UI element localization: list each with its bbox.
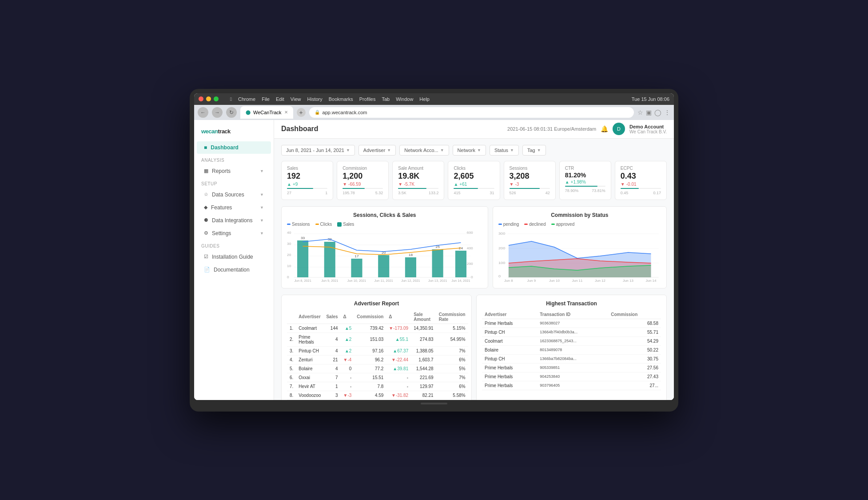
commission-cell: 77.2 [354,364,386,373]
ht-transaction-id-cell: 1366ba7b82084ba... [537,354,608,363]
chrome-tab[interactable]: ⬤ WeCanTrack ✕ [240,106,293,119]
notification-icon[interactable]: 🔔 [601,125,608,132]
svg-text:20: 20 [287,253,291,257]
menu-help[interactable]: Help [419,96,430,102]
sales-cell: 3 [323,391,340,400]
sidebar-item-features[interactable]: ◆ Features ▼ [197,201,271,214]
tab-close-button[interactable]: ✕ [284,110,288,115]
ht-col-advertiser: Advertiser [482,310,537,319]
ht-transaction-id-cell: 904253840 [537,372,608,381]
macos-menu:  Chrome File Edit View History Bookmark… [221,96,629,102]
menu-view[interactable]: View [291,96,301,102]
tables-row: Advertiser Report Advertiser Sales Δ Com… [281,295,667,400]
ht-advertiser-cell: Bolaire [482,345,537,354]
bookmark-icon[interactable]: ☆ [637,109,643,116]
sidebar-item-dashboard[interactable]: ■ Dashboard [197,141,271,154]
svg-text:Jun 8: Jun 8 [504,279,513,282]
chart2-title: Commission by Status [498,212,661,218]
minimize-dot[interactable] [206,96,211,101]
svg-text:200: 200 [467,262,473,266]
network-account-filter[interactable]: Network Acco... ▼ [399,145,449,156]
back-button[interactable]: ← [198,107,208,118]
date-range-label: Jun 8, 2021 - Jun 14, 2021 [286,148,344,153]
svg-text:0: 0 [498,274,501,278]
sidebar-installation-label: Installation Guide [212,254,253,260]
network-account-label: Network Acco... [404,148,438,153]
col-commission: Commission [354,310,386,324]
advertiser-caret: ▼ [387,148,391,152]
metric-ctr-change: ▲ +1.98% [565,180,605,184]
tag-filter[interactable]: Tag ▼ [522,145,546,156]
legend-clicks: Clicks [320,222,332,227]
menu-bookmarks[interactable]: Bookmarks [329,96,353,102]
date-range-filter[interactable]: Jun 8, 2021 - Jun 14, 2021 ▼ [281,145,355,156]
chart-commission-status: Commission by Status pending declined ap… [493,206,667,288]
menu-file[interactable]: File [262,96,270,102]
ht-transaction-id-cell: 8013489078 [537,345,608,354]
menu-profiles[interactable]: Profiles [359,96,376,102]
macos-menubar:  Chrome File Edit View History Bookmark… [194,93,674,105]
sidebar-features-label: Features [211,204,232,211]
chart1-legend: Sessions Clicks Sales [287,222,482,227]
menu-chrome[interactable]: Chrome [238,96,255,102]
chart1-svg: 40 30 20 10 0 600 400 200 0 [287,229,482,283]
metric-commission-change: ▼ -66.59 [342,182,383,187]
sidebar-data-sources-label: Data Sources [212,192,244,198]
ht-commission-cell: 68.58 [608,319,661,328]
main-area: Dashboard 2021-06-15 08:01:31 Europe/Ams… [274,120,674,400]
advertiser-filter[interactable]: Advertiser ▼ [358,145,396,156]
sales-delta-cell: ▲5 [341,324,354,332]
reload-button[interactable]: ↻ [226,107,237,118]
menu-window[interactable]: Window [396,96,413,102]
user-info: Demo Account We Can Track B.V. [629,124,667,134]
close-dot[interactable] [199,96,203,101]
menu-tab[interactable]: Tab [382,96,390,102]
svg-text:Jun 10, 2021: Jun 10, 2021 [347,279,366,283]
ht-col-transaction-id: Transaction ID [537,310,608,319]
sidebar-item-settings[interactable]: ⚙ Settings ▼ [197,227,271,240]
svg-text:Jun 9: Jun 9 [527,279,536,282]
sales-delta-cell: ▼-3 [341,391,354,400]
main-content: Jun 8, 2021 - Jun 14, 2021 ▼ Advertiser … [274,139,674,400]
sidebar-item-installation[interactable]: ☑ Installation Guide [197,251,271,263]
sidebar-item-reports[interactable]: ▩ Reports ▼ [197,165,271,177]
metric-ecpc: ECPC 0.43 ▼ -0.01 0.450.17 [615,161,667,200]
sales-cell: 21 [323,355,340,364]
advertiser-label: Advertiser [363,148,386,153]
address-bar[interactable]: 🔒 app.wecantrack.com [309,107,634,118]
extensions-icon[interactable]: ▣ [646,109,652,116]
svg-text:17: 17 [354,254,359,258]
charts-row: Sessions, Clicks & Sales Sessions Clicks… [281,206,667,288]
table-row: 2. Prime Herbals 4 ▲2 151.03 ▲55.1 274.8… [287,332,468,346]
legend-pending: pending [503,222,519,227]
more-icon[interactable]: ⋮ [664,109,670,116]
menu-edit[interactable]: Edit [276,96,284,102]
metric-commission: Commission 1,200 ▼ -66.59 195.785.32 [337,161,389,200]
comm-rate-cell: 5% [436,364,468,373]
forward-button[interactable]: → [212,107,223,118]
new-tab-button[interactable]: + [297,108,306,117]
sidebar-item-data-sources[interactable]: ☆ Data Sources ▼ [197,188,271,201]
profile-icon[interactable]: ◯ [654,109,661,116]
bar-jun12 [405,257,416,277]
ht-transaction-id-cell: 903638027 [537,319,608,328]
user-company: We Can Track B.V. [629,129,667,134]
sidebar-documentation-label: Documentation [214,267,250,273]
highest-transaction-card: Highest Transaction Advertiser Transacti… [476,295,667,400]
advertiser-cell: Prime Herbals [296,332,323,346]
status-filter[interactable]: Status ▼ [490,145,519,156]
menu-history[interactable]: History [307,96,323,102]
col-rank [287,310,296,324]
fullscreen-dot[interactable] [214,96,219,101]
sidebar-item-documentation[interactable]: 📄 Documentation [197,264,271,276]
rank-cell: 5. [287,364,296,373]
ht-advertiser-cell: Prime Herbals [482,319,537,328]
table-row: 3. Pintup CH 4 ▲2 97.16 ▲67.37 1,388.05 … [287,346,468,355]
bar-jun8 [297,240,308,277]
documentation-icon: 📄 [204,267,210,272]
metric-ecpc-change: ▼ -0.01 [621,182,661,187]
sidebar-section-analysis: Analysis [194,154,274,164]
sidebar-item-data-integrations[interactable]: ⚈ Data Integrations ▼ [197,214,271,227]
table-row: 1. Coolmart 144 ▲5 739.42 ▼-173.09 14,35… [287,324,468,332]
network-filter[interactable]: Network ▼ [453,145,486,156]
